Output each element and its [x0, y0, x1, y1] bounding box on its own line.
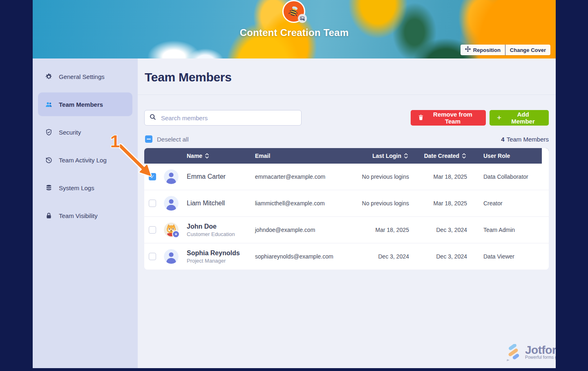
- sidebar-nav: General Settings Team Members Security T…: [33, 70, 138, 223]
- jotform-tagline: Powerful forms get it done: [525, 355, 556, 360]
- header-date-created-sort[interactable]: Date Created: [409, 153, 467, 159]
- jotform-logo-icon: [505, 344, 523, 364]
- page-title: Team Members: [145, 70, 549, 84]
- member-subtitle: Project Manager: [187, 257, 255, 264]
- member-date-created: Mar 18, 2025: [409, 173, 467, 180]
- member-row[interactable]: Sophia Reynolds Project Manager sophiare…: [144, 243, 549, 270]
- database-icon: [45, 184, 53, 192]
- member-email: johndoe@example.com: [255, 227, 353, 233]
- lock-icon: [45, 211, 53, 220]
- member-user-role: Team Admin: [467, 227, 549, 233]
- plus-icon: +: [497, 114, 501, 121]
- team-members-panel: Team Members: [138, 58, 556, 368]
- jotform-watermark[interactable]: Jotform Powerful forms get it done: [505, 344, 556, 364]
- member-name: Liam Mitchell: [187, 199, 255, 207]
- member-email: sophiareynolds@example.com: [255, 253, 353, 260]
- team-members-icon: [45, 100, 53, 108]
- header-email: Email: [255, 153, 353, 159]
- team-name-title: Content Creation Team: [33, 27, 556, 38]
- team-avatar[interactable]: [282, 0, 305, 23]
- member-last-login: No previous logins: [353, 200, 409, 207]
- row-checkbox[interactable]: [149, 226, 156, 234]
- member-date-created: Dec 3, 2024: [409, 253, 467, 260]
- member-last-login: No previous logins: [353, 173, 409, 180]
- cover-button-group: Reposition Change Cover: [461, 45, 550, 55]
- header-last-login-sort[interactable]: Last Login: [353, 153, 409, 159]
- member-name: Emma Carter: [187, 173, 255, 181]
- member-date-created: Mar 18, 2025: [409, 200, 467, 207]
- member-row[interactable]: Emma Carter emmacarter@example.com No pr…: [144, 164, 549, 190]
- search-icon: [150, 114, 156, 122]
- member-avatar-cell: [164, 169, 179, 184]
- activity-history-icon: [45, 156, 53, 164]
- member-last-login: Mar 18, 2025: [353, 227, 409, 233]
- member-user-role: Data Viewer: [467, 253, 549, 260]
- member-rows: Emma Carter emmacarter@example.com No pr…: [144, 164, 549, 270]
- team-settings-window: Content Creation Team Reposition Change …: [33, 0, 556, 368]
- move-icon: [465, 46, 471, 54]
- row-checkbox[interactable]: [149, 253, 156, 260]
- member-row[interactable]: Liam Mitchell liammicthell@example.com N…: [144, 190, 549, 216]
- trash-icon: [418, 114, 424, 121]
- change-avatar-icon[interactable]: [298, 14, 307, 23]
- shield-check-icon: [45, 128, 53, 136]
- sidebar-item-general-settings[interactable]: General Settings: [33, 70, 138, 83]
- change-cover-button[interactable]: Change Cover: [505, 45, 550, 55]
- members-table: Name Email Last Login: [144, 148, 549, 270]
- row-checkbox[interactable]: [149, 200, 156, 207]
- search-members-box: [144, 110, 302, 126]
- member-name: John Doe: [187, 223, 255, 231]
- sort-icon: [404, 153, 408, 159]
- member-avatar-cell: [164, 196, 179, 211]
- team-cover-photo: Content Creation Team Reposition Change …: [33, 0, 556, 58]
- reposition-button[interactable]: Reposition: [461, 45, 505, 55]
- member-row[interactable]: ★ John Doe Customer Education johndoe@ex…: [144, 216, 549, 243]
- add-member-button[interactable]: + Add Member: [490, 110, 549, 126]
- person-avatar: [164, 169, 179, 184]
- sort-icon: [462, 153, 466, 159]
- person-avatar: [164, 196, 179, 211]
- member-user-role: Data Collaborator: [467, 173, 549, 180]
- member-count: 4Team Members: [501, 136, 549, 143]
- table-header-row: Name Email Last Login: [144, 148, 549, 164]
- sidebar-item-team-activity-log[interactable]: Team Activity Log: [33, 153, 138, 167]
- settings-sidebar: General Settings Team Members Security T…: [33, 58, 138, 368]
- sidebar-item-security[interactable]: Security: [33, 125, 138, 139]
- deselect-all-checkbox[interactable]: [145, 135, 152, 143]
- search-members-input[interactable]: [160, 114, 296, 122]
- member-user-role: Creator: [467, 200, 549, 207]
- member-name: Sophia Reynolds: [187, 249, 255, 257]
- sidebar-item-team-visibility[interactable]: Team Visibility: [33, 209, 138, 223]
- sidebar-item-system-logs[interactable]: System Logs: [33, 181, 138, 195]
- remove-from-team-button[interactable]: Remove from Team: [411, 110, 486, 126]
- sort-icon: [205, 153, 209, 159]
- title-divider: [138, 94, 556, 95]
- deselect-all-label[interactable]: Deselect all: [157, 136, 189, 143]
- sidebar-item-team-members[interactable]: Team Members: [38, 92, 132, 116]
- member-email: emmacarter@example.com: [255, 173, 353, 180]
- member-avatar-cell: ★: [164, 223, 179, 237]
- header-name-sort[interactable]: Name: [187, 153, 255, 159]
- member-avatar-cell: [164, 249, 179, 264]
- members-toolbar: Remove from Team + Add Member: [144, 110, 549, 126]
- member-last-login: Dec 3, 2024: [353, 253, 409, 260]
- row-checkbox[interactable]: [149, 173, 156, 180]
- selection-bar: Deselect all 4Team Members: [144, 135, 549, 143]
- person-avatar: [164, 249, 179, 264]
- header-user-role: User Role: [467, 153, 549, 159]
- gear-icon: [45, 72, 53, 81]
- member-subtitle: Customer Education: [187, 231, 255, 238]
- member-date-created: Dec 3, 2024: [409, 227, 467, 233]
- member-email: liammicthell@example.com: [255, 200, 353, 207]
- star-badge-icon: ★: [172, 230, 180, 238]
